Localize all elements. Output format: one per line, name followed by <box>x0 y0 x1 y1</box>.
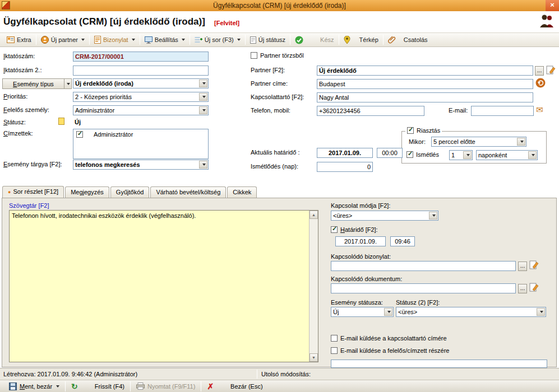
scroll-up-button[interactable]: ▲ <box>309 211 318 219</box>
partner-address-field[interactable]: Budapest <box>317 79 533 89</box>
alert-when-select[interactable]: 5 perccel előtte <box>431 137 526 147</box>
attach-label: Csatolás <box>404 36 428 43</box>
extra-button[interactable]: Extra <box>3 35 35 44</box>
partner-edit-icon[interactable] <box>546 65 556 76</box>
current-deadline-date-field[interactable]: 2017.01.09. <box>317 148 373 158</box>
new-status-button[interactable]: Új státusz <box>247 35 289 45</box>
tab-expected-revenue[interactable]: Várható bevétel/költség <box>150 186 226 198</box>
combo-arrow-button[interactable] <box>463 151 472 159</box>
email-responsible-checkbox[interactable] <box>331 347 338 354</box>
tab-comment[interactable]: Megjegyzés <box>65 186 109 198</box>
scroll-down-button[interactable]: ▼ <box>309 353 318 362</box>
done-button[interactable]: Kész <box>292 35 337 45</box>
alert-checkbox-row[interactable]: ✓ Riasztás <box>405 127 442 134</box>
email-contact-checkbox[interactable] <box>331 335 338 342</box>
partner-browse-button[interactable]: ... <box>535 66 544 76</box>
alert-repeat-count-select[interactable]: 1 <box>449 150 473 160</box>
combo-arrow-button[interactable] <box>384 308 392 316</box>
done-check-icon <box>295 36 303 44</box>
deadline-checkbox[interactable]: ✓ <box>331 226 338 233</box>
related-document-field[interactable] <box>331 283 516 293</box>
save-close-label: Ment, bezár <box>20 383 52 390</box>
refresh-button[interactable]: ↻ Frissít (F4) <box>67 381 129 392</box>
attach-button[interactable]: Csatolás <box>385 35 431 45</box>
main-form: Iktatószám: CRM-2017/00001 Iktatószám 2.… <box>0 47 559 186</box>
combo-arrow-button[interactable] <box>199 93 207 101</box>
related-document-label: Kapcsolódó dokumentum: <box>331 276 402 282</box>
tab-items[interactable]: Cikkek <box>227 186 257 198</box>
note-textarea[interactable]: Telefonon hívott, irodatechnikai eszközö… <box>9 210 318 362</box>
email-responsible-checkbox-row[interactable]: E-mail küldése a felelős/címzett részére <box>331 347 449 354</box>
new-partner-button[interactable]: Új partner <box>38 35 88 45</box>
close-button[interactable]: ✗ Bezár (Esc) <box>202 381 267 392</box>
contact-person-field[interactable]: Nagy Antal <box>317 92 533 102</box>
recipients-listbox[interactable]: ✓ Adminisztrátor <box>73 129 209 159</box>
event-type-select[interactable]: Új érdeklődő (iroda) <box>73 78 209 88</box>
alert-repeat-checkbox[interactable]: ✓ <box>406 151 413 158</box>
status2-label: Státusz (2) [F2]: <box>396 299 440 306</box>
related-document-edit-icon[interactable] <box>529 282 539 293</box>
map-button[interactable]: Térkép <box>340 35 382 45</box>
recipient-checkbox[interactable]: ✓ <box>76 131 83 138</box>
related-document-browse-button[interactable]: ... <box>518 284 527 293</box>
voucher-button[interactable]: Bizonylat <box>91 35 138 45</box>
main-toolbar: Extra Új partner Bizonylat Beállítás Új … <box>0 32 559 47</box>
related-voucher-edit-icon[interactable] <box>529 260 539 271</box>
deadline-date-field[interactable]: 2017.01.09. <box>335 236 386 246</box>
close-window-button[interactable]: × <box>546 0 559 11</box>
related-voucher-field[interactable] <box>331 261 516 271</box>
save-close-button[interactable]: Ment, bezár <box>4 381 64 391</box>
event-type-button[interactable]: Esemény típus <box>2 78 72 89</box>
address-locate-icon[interactable] <box>535 78 546 89</box>
event-subject-label: Esemény tárgya [F2]: <box>3 161 62 167</box>
deadline-time-field[interactable]: 09:46 <box>390 236 415 246</box>
registry-number2-field[interactable] <box>73 66 209 76</box>
email-field[interactable] <box>471 106 534 116</box>
status2-select[interactable]: <üres> <box>396 307 546 317</box>
note-scrollbar[interactable]: ▲ ▼ <box>309 211 318 362</box>
tab-row-detail[interactable]: ●Sor részlet [F12] <box>2 186 64 198</box>
contacts-people-icon <box>539 14 556 31</box>
combo-arrow-button[interactable] <box>528 151 537 159</box>
tab-collector-code[interactable]: Gyűjtőkód <box>110 186 150 198</box>
contact-mode-select[interactable]: <üres> <box>331 211 438 221</box>
partner-master-checkbox-row[interactable]: Partner törzsből <box>251 52 304 59</box>
send-mail-icon[interactable]: ✉ <box>536 105 543 115</box>
combo-arrow-button[interactable] <box>429 212 437 220</box>
toolbar-separator <box>245 35 246 45</box>
toolbar-separator <box>201 381 201 391</box>
combo-arrow-button[interactable] <box>199 106 207 114</box>
alert-repeat-checkbox-row[interactable]: ✓ Ismétlés <box>406 151 439 158</box>
deadline-checkbox-row[interactable]: ✓ Határidő [F2]: <box>331 226 378 233</box>
settings-button[interactable]: Beállítás <box>141 35 188 45</box>
combo-arrow-button[interactable] <box>537 308 545 316</box>
combo-arrow-button[interactable] <box>517 138 525 146</box>
email-contact-checkbox-row[interactable]: E-mail küldése a kapcsolattartó címére <box>331 335 447 342</box>
event-status-select[interactable]: Új <box>331 307 394 317</box>
repetition-days-field[interactable]: 0 <box>317 162 373 172</box>
combo-arrow-button[interactable] <box>199 161 207 169</box>
combo-arrow-button[interactable] <box>199 80 207 87</box>
recipient-list-item[interactable]: ✓ Adminisztrátor <box>76 131 133 138</box>
tab-label: Megjegyzés <box>71 189 104 195</box>
priority-select[interactable]: 2 - Közepes prioritás <box>73 92 209 102</box>
chevron-down-icon <box>532 154 535 156</box>
status-note-icon[interactable] <box>58 118 64 125</box>
event-type-dropdown-segment[interactable] <box>64 79 71 88</box>
partner-field[interactable]: Új érdeklődő <box>317 66 533 76</box>
alert-checkbox[interactable]: ✓ <box>407 127 414 134</box>
responsible-select[interactable]: Adminisztrátor <box>73 105 209 115</box>
print-button[interactable]: Nyomtat (F9/F11) <box>132 381 200 391</box>
alert-repeat-label: Ismétlés <box>416 151 439 158</box>
new-row-button[interactable]: Új sor (F3) <box>191 35 244 45</box>
title-bar: Ügyfélkapcsolat (CRM) [új érdeklődő (iro… <box>0 0 559 11</box>
current-deadline-time-field[interactable]: 00:00 <box>377 148 403 158</box>
related-voucher-browse-button[interactable]: ... <box>518 262 527 271</box>
text-library-link[interactable]: Szövegtár [F2] <box>9 202 49 209</box>
phone-field[interactable]: +36201234456 <box>317 106 424 116</box>
partner-master-checkbox[interactable] <box>251 52 257 59</box>
alert-repeat-unit-select[interactable]: naponként <box>476 150 538 160</box>
registry-number-field[interactable]: CRM-2017/00001 <box>73 52 209 62</box>
event-subject-select[interactable]: telefonos megkeresés <box>73 160 209 170</box>
extra-bottom-field[interactable] <box>331 360 547 368</box>
